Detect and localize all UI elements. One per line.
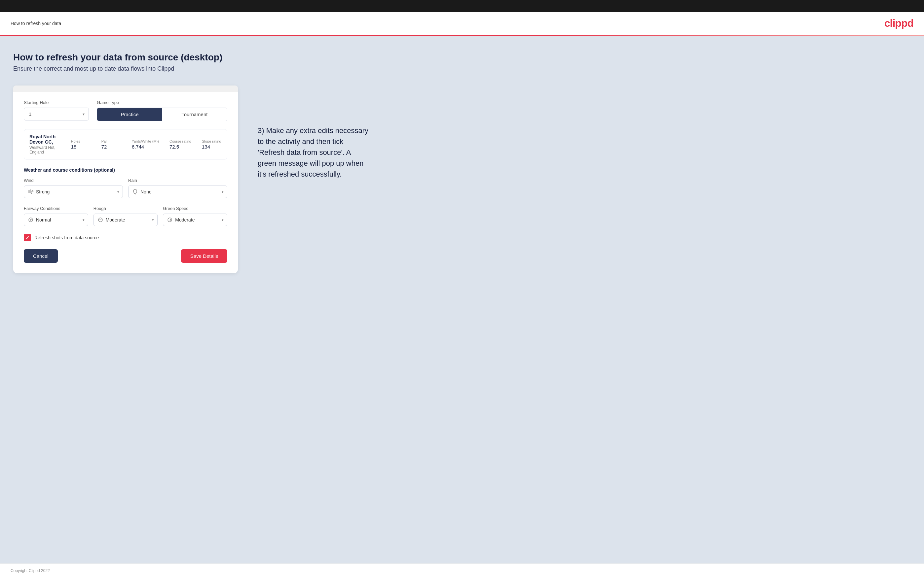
rain-chevron-icon: ▾ bbox=[222, 190, 224, 194]
wind-label: Wind bbox=[24, 178, 123, 183]
weather-section-label: Weather and course conditions (optional) bbox=[24, 168, 227, 172]
header: How to refresh your data clippd bbox=[0, 12, 924, 35]
yards-stat: Yards/White (M)) 6,744 bbox=[132, 139, 159, 150]
field-row-top: Starting Hole 1 10 ▾ Game Type Practice … bbox=[24, 100, 227, 121]
rough-chevron-icon: ▾ bbox=[152, 218, 154, 222]
par-value: 72 bbox=[102, 144, 107, 150]
starting-hole-label: Starting Hole bbox=[24, 100, 89, 105]
course-rating-stat: Course rating 72.5 bbox=[170, 139, 191, 150]
par-label: Par bbox=[102, 139, 107, 143]
top-bar bbox=[0, 0, 924, 12]
fairway-chevron-icon: ▾ bbox=[82, 218, 84, 222]
slope-rating-value: 134 bbox=[202, 144, 210, 150]
content-layout: Starting Hole 1 10 ▾ Game Type Practice … bbox=[13, 85, 911, 273]
form-actions: Cancel Save Details bbox=[24, 249, 227, 263]
svg-point-2 bbox=[168, 218, 172, 222]
practice-button[interactable]: Practice bbox=[97, 108, 162, 121]
course-rating-label: Course rating bbox=[170, 139, 191, 143]
checkmark-icon: ✓ bbox=[26, 235, 29, 240]
course-rating-value: 72.5 bbox=[170, 144, 179, 150]
wind-dropdown[interactable]: Strong ▾ bbox=[24, 185, 123, 198]
course-location: Westward Ho!, England bbox=[29, 145, 71, 155]
rain-dropdown[interactable]: None ▾ bbox=[128, 185, 227, 198]
course-table: Royal North Devon GC, Westward Ho!, Engl… bbox=[24, 129, 227, 160]
par-stat: Par 72 bbox=[102, 139, 121, 150]
save-button[interactable]: Save Details bbox=[181, 249, 227, 263]
wind-value: Strong bbox=[36, 189, 111, 194]
breadcrumb: How to refresh your data bbox=[11, 21, 61, 26]
fairway-dropdown[interactable]: Normal ▾ bbox=[24, 214, 88, 226]
holes-value: 18 bbox=[71, 144, 77, 150]
wind-chevron-icon: ▾ bbox=[117, 190, 119, 194]
rain-value: None bbox=[141, 189, 215, 194]
rough-label: Rough bbox=[94, 206, 158, 211]
slope-rating-stat: Slope rating 134 bbox=[202, 139, 222, 150]
starting-hole-chevron-icon: ▾ bbox=[82, 112, 84, 116]
course-row: Royal North Devon GC, Westward Ho!, Engl… bbox=[24, 129, 227, 159]
fairway-label: Fairway Conditions bbox=[24, 206, 88, 211]
game-type-buttons: Practice Tournament bbox=[97, 108, 227, 121]
refresh-label: Refresh shots from data source bbox=[34, 235, 99, 240]
rain-group: Rain None ▾ bbox=[128, 178, 227, 198]
footer: Copyright Clippd 2022 bbox=[0, 564, 924, 577]
green-speed-icon bbox=[166, 216, 173, 223]
fairway-group: Fairway Conditions Normal ▾ bbox=[24, 206, 88, 226]
cancel-button[interactable]: Cancel bbox=[24, 249, 58, 263]
rough-value: Moderate bbox=[106, 217, 146, 222]
instruction-panel: 3) Make any extra edits necessary to the… bbox=[258, 85, 370, 180]
rough-icon bbox=[97, 216, 104, 223]
wind-group: Wind Strong ▾ bbox=[24, 178, 123, 198]
footer-text: Copyright Clippd 2022 bbox=[11, 569, 50, 573]
form-card-top-bar bbox=[13, 85, 238, 92]
slope-rating-label: Slope rating bbox=[202, 139, 221, 143]
green-speed-label: Green Speed bbox=[163, 206, 227, 211]
holes-label: Holes bbox=[71, 139, 80, 143]
rain-label: Rain bbox=[128, 178, 227, 183]
form-card: Starting Hole 1 10 ▾ Game Type Practice … bbox=[13, 85, 238, 273]
refresh-checkbox[interactable]: ✓ bbox=[24, 234, 31, 241]
page-title: How to refresh your data from source (de… bbox=[13, 52, 911, 63]
logo: clippd bbox=[884, 17, 913, 29]
conditions-row: Fairway Conditions Normal ▾ Rough bbox=[24, 206, 227, 226]
rough-dropdown[interactable]: Moderate ▾ bbox=[94, 214, 158, 226]
fairway-value: Normal bbox=[36, 217, 76, 222]
green-speed-chevron-icon: ▾ bbox=[222, 218, 224, 222]
rough-group: Rough Moderate ▾ bbox=[94, 206, 158, 226]
green-speed-dropdown[interactable]: Moderate ▾ bbox=[163, 214, 227, 226]
green-speed-group: Green Speed Moderate ▾ bbox=[163, 206, 227, 226]
wind-icon bbox=[27, 189, 34, 195]
page-subtitle: Ensure the correct and most up to date d… bbox=[13, 65, 911, 72]
green-speed-value: Moderate bbox=[175, 217, 215, 222]
course-info: Royal North Devon GC, Westward Ho!, Engl… bbox=[29, 134, 71, 155]
rain-icon bbox=[132, 189, 139, 195]
refresh-checkbox-row: ✓ Refresh shots from data source bbox=[24, 234, 227, 241]
game-type-group: Game Type Practice Tournament bbox=[97, 100, 227, 121]
main-content: How to refresh your data from source (de… bbox=[0, 36, 924, 564]
yards-value: 6,744 bbox=[132, 144, 144, 150]
starting-hole-select[interactable]: 1 10 bbox=[29, 111, 77, 117]
game-type-label: Game Type bbox=[97, 100, 227, 105]
fairway-icon bbox=[27, 216, 34, 223]
tournament-button[interactable]: Tournament bbox=[162, 108, 227, 121]
starting-hole-select-wrapper[interactable]: 1 10 ▾ bbox=[24, 108, 89, 121]
course-stats: Holes 18 Par 72 Yards/White (M)) 6,744 bbox=[71, 139, 222, 150]
instruction-text: 3) Make any extra edits necessary to the… bbox=[258, 125, 370, 180]
wind-rain-row: Wind Strong ▾ Rain bbox=[24, 178, 227, 198]
yards-label: Yards/White (M)) bbox=[132, 139, 159, 143]
holes-stat: Holes 18 bbox=[71, 139, 91, 150]
starting-hole-group: Starting Hole 1 10 ▾ bbox=[24, 100, 89, 121]
course-name: Royal North Devon GC, bbox=[29, 134, 71, 145]
